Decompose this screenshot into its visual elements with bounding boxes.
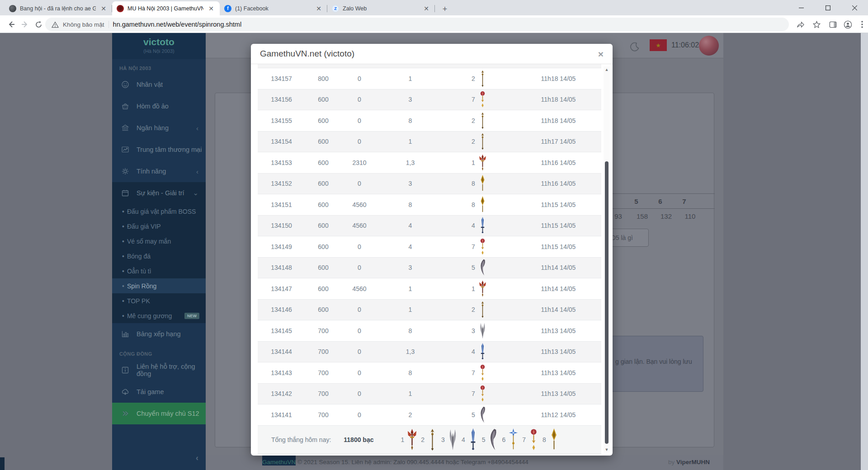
- table-row: 13415780001211h18 14/05: [258, 68, 601, 89]
- menu-dots-icon[interactable]: [856, 18, 868, 31]
- sidebar-item-h-m-o[interactable]: Hòm đồ ảo: [112, 95, 206, 117]
- new-tab-button[interactable]: +: [439, 3, 451, 15]
- tab-close-icon[interactable]: ✕: [315, 5, 323, 12]
- cell-pick: 1: [377, 138, 443, 145]
- address-bar[interactable]: Không bảo mật hn.gamethuvn.net/web/event…: [45, 18, 789, 31]
- modal-close-icon[interactable]: ×: [598, 49, 604, 59]
- cell-pick: 1,3: [377, 159, 443, 166]
- legend-number: 5: [482, 436, 486, 443]
- dark-wing-bow-icon: [487, 428, 499, 451]
- sidebar-item-t-i-game[interactable]: Tải game: [112, 381, 206, 403]
- sidebar-item-label: Liên hệ hỗ trợ, cộng đồng: [137, 363, 206, 377]
- sidebar-item-label: Ngân hàng: [137, 124, 169, 132]
- tab-close-icon[interactable]: ✕: [207, 5, 215, 12]
- cell-time: 11h14 14/05: [515, 306, 601, 313]
- sidebar-subitem-o-n-t-t-[interactable]: Oẳn tù tì: [112, 263, 206, 278]
- legend-item: 4: [462, 428, 479, 451]
- cell-time: 11h12 14/05: [515, 411, 601, 418]
- browser-tab[interactable]: Bang hội - đã ra lệnh cho ae G Tà✕: [5, 1, 112, 15]
- share-icon[interactable]: [794, 18, 807, 31]
- cell-spin-id: 134157: [258, 75, 305, 82]
- scroll-up-icon[interactable]: ▲: [604, 67, 610, 72]
- profile-icon[interactable]: [841, 18, 854, 31]
- maximize-button[interactable]: [815, 0, 841, 15]
- back-button[interactable]: [5, 18, 18, 31]
- sidebar-item-nh-n-v-t[interactable]: Nhân vật: [112, 74, 206, 95]
- scroll-down-icon[interactable]: ▼: [604, 447, 610, 452]
- modal-scrollbar[interactable]: ▲ ▼: [604, 66, 610, 453]
- legend-item: 5: [482, 428, 499, 451]
- sidebar-subitem-b-ng-[interactable]: Bóng đá: [112, 249, 206, 263]
- cell-time: 11h15 14/05: [515, 243, 601, 250]
- sidebar-subitem-spin-r-ng[interactable]: Spin Rồng: [112, 278, 206, 293]
- legend-number: 7: [522, 436, 526, 443]
- cell-bet: 800: [305, 75, 341, 82]
- not-secure-warning-icon[interactable]: [52, 21, 59, 28]
- cell-spin-id: 134153: [258, 159, 305, 166]
- cell-spin-id: 134143: [258, 369, 305, 376]
- table-row: 13414660001211h14 14/05: [258, 300, 601, 321]
- tab-close-icon[interactable]: ✕: [99, 5, 108, 12]
- cell-bet: 700: [305, 390, 341, 397]
- prize-number: 7: [472, 369, 475, 376]
- sidebar-item-s-ki-n-gi-i-tr-[interactable]: Sự kiện - Giải trí⌄: [112, 182, 206, 204]
- new-badge: NEW: [184, 313, 199, 319]
- sidebar-subitem-v-s-may-m-n[interactable]: Vé số may mắn: [112, 234, 206, 249]
- sidebar-subitem-m-cung-g-ng[interactable]: Mê cung gươngNEW: [112, 308, 206, 323]
- close-window-button[interactable]: [841, 0, 868, 15]
- summary-row: Tổng thắng hôm nay: 11800 bạc 12345678: [258, 426, 601, 454]
- sidebar-item-ng-n-h-ng[interactable]: Ngân hàng‹: [112, 117, 206, 139]
- sidebar-item-t-nh-n-ng[interactable]: Tính năng‹: [112, 160, 206, 182]
- minimize-button[interactable]: [788, 0, 815, 15]
- bookmark-star-icon[interactable]: [810, 18, 823, 31]
- legend-number: 1: [401, 436, 404, 443]
- cell-spin-id: 134150: [258, 222, 305, 229]
- cell-bet: 600: [305, 159, 341, 166]
- table-row: 13414270001711h13 14/05: [258, 384, 601, 405]
- sidebar-item-li-n-h-h-tr-c-ng-ng[interactable]: Liên hệ hỗ trợ, cộng đồng: [112, 359, 206, 381]
- sidebar-item-chuy-n-m-y-ch-s12[interactable]: Chuyển máy chủ S12: [112, 403, 206, 424]
- sidebar-item-b-ng-x-p-h-ng[interactable]: Bảng xếp hạng: [112, 323, 206, 345]
- brown-scepter-icon: [427, 428, 438, 451]
- footer-brand-link[interactable]: GamethuVN: [262, 455, 296, 465]
- bg-table-values: 93158132110: [606, 212, 702, 220]
- sidebar-item-trung-t-m-th-ng-m-i[interactable]: Trung tâm thương mại‹: [112, 139, 206, 160]
- prize-number: 2: [472, 117, 475, 124]
- subitem-label: Oẳn tù tì: [127, 268, 151, 275]
- brand-server: (Hà Nội 2003): [112, 48, 206, 54]
- sidebar-item-label: Sự kiện - Giải trí: [137, 189, 184, 197]
- browser-tab[interactable]: ZZalo Web✕: [327, 1, 435, 15]
- sidebar-collapse-arrow[interactable]: ‹: [196, 453, 198, 463]
- browser-tab[interactable]: MU Hà Nội 2003 | GamethuVN.n✕: [112, 1, 220, 15]
- red-wing-sword-icon: [478, 154, 487, 171]
- window-controls: [788, 0, 868, 15]
- sidebar-brand: victoto (Hà Nội 2003): [112, 33, 206, 59]
- browser-tab[interactable]: f(1) Facebook✕: [220, 1, 327, 15]
- sidebar-subitem--u-gi-vip[interactable]: Đấu giá VIP: [112, 219, 206, 234]
- reload-button[interactable]: [32, 18, 45, 31]
- window-scrollbar[interactable]: [861, 33, 868, 470]
- sidebar-subitem-top-pk[interactable]: TOP PK: [112, 293, 206, 308]
- bg-table-header: 7: [672, 197, 696, 205]
- cell-pick: 3: [377, 180, 443, 187]
- side-panel-icon[interactable]: [826, 18, 839, 31]
- cell-spin-id: 134154: [258, 138, 305, 145]
- chevron-icon: ‹: [196, 168, 198, 175]
- basket-icon: [121, 102, 129, 110]
- avatar[interactable]: [699, 36, 719, 56]
- cell-prize: 5: [443, 259, 515, 276]
- url-text[interactable]: hn.gamethuvn.net/web/event/spinrong.shtm…: [113, 21, 242, 28]
- cell-pick: 1: [377, 306, 443, 313]
- cell-bet: 600: [305, 201, 341, 208]
- sidebar-subitem--u-gi-v-t-ph-m-boss[interactable]: Đấu giá vật phẩm BOSS: [112, 204, 206, 219]
- tab-close-icon[interactable]: ✕: [422, 5, 430, 12]
- moon-icon[interactable]: [630, 42, 640, 52]
- cell-time: 11h13 14/05: [515, 348, 601, 355]
- forward-button[interactable]: [18, 18, 32, 31]
- scrollbar-thumb[interactable]: [605, 161, 609, 444]
- cell-time: 11h13 14/05: [515, 327, 601, 334]
- cell-win: 0: [341, 96, 377, 103]
- cell-pick: 8: [377, 201, 443, 208]
- security-label: Không bảo mật: [63, 21, 104, 28]
- tab-title: MU Hà Nội 2003 | GamethuVN.n: [127, 5, 203, 12]
